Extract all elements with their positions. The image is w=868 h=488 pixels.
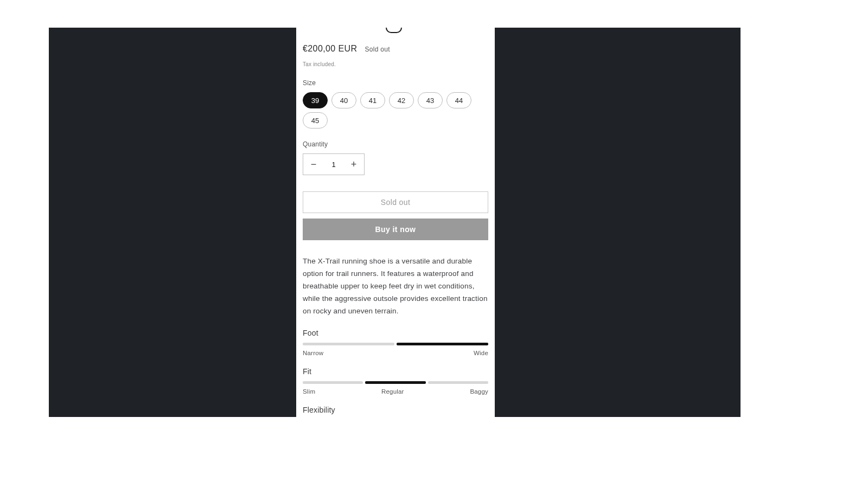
price-row: €200,00 EUR Sold out — [303, 44, 488, 54]
size-option-40[interactable]: 40 — [331, 92, 356, 108]
tax-note: Tax included. — [303, 61, 488, 67]
size-options: 39404142434445 — [303, 92, 488, 129]
attr-foot-title: Foot — [303, 329, 488, 337]
editor-dark-pane-right — [495, 28, 741, 417]
attr-fit: Fit Slim Regular Baggy — [303, 367, 488, 395]
quantity-value: 1 — [324, 154, 343, 175]
attr-foot-left-label: Narrow — [303, 350, 323, 356]
quantity-section-label: Quantity — [303, 140, 488, 148]
attr-fit-center-label: Regular — [381, 388, 404, 395]
size-option-44[interactable]: 44 — [446, 92, 471, 108]
quantity-increase-button[interactable]: + — [343, 154, 364, 175]
product-content: €200,00 EUR Sold out Tax included. Size … — [296, 28, 495, 417]
bar-fit-seg — [365, 381, 425, 384]
bar-foot-seg — [397, 343, 488, 345]
attr-flex: Flexibility Low High — [303, 406, 488, 417]
size-section-label: Size — [303, 79, 488, 87]
bar-fit-seg — [303, 381, 363, 384]
availability-badge: Sold out — [365, 46, 390, 53]
size-option-39[interactable]: 39 — [303, 92, 328, 108]
attr-foot-bar — [303, 343, 488, 345]
attr-fit-title: Fit — [303, 367, 488, 376]
bar-foot-seg — [303, 343, 394, 345]
attr-fit-right-label: Baggy — [470, 388, 488, 395]
size-option-42[interactable]: 42 — [389, 92, 414, 108]
quantity-decrease-button[interactable]: − — [303, 154, 324, 175]
product-price: €200,00 EUR — [303, 44, 357, 54]
bar-fit-seg — [428, 381, 488, 384]
attr-foot-right-label: Wide — [474, 350, 488, 356]
product-page-preview: €200,00 EUR Sold out Tax included. Size … — [296, 28, 495, 417]
attr-fit-left-label: Slim — [303, 388, 315, 395]
viewport: €200,00 EUR Sold out Tax included. Size … — [0, 0, 868, 488]
sold-out-button[interactable]: Sold out — [303, 191, 488, 213]
size-option-43[interactable]: 43 — [418, 92, 443, 108]
attr-flex-title: Flexibility — [303, 406, 488, 414]
product-description: The X-Trail running shoe is a versatile … — [303, 255, 488, 318]
buy-it-now-button[interactable]: Buy it now — [303, 219, 488, 240]
editor-dark-pane-left — [49, 28, 296, 417]
attr-fit-bar — [303, 381, 488, 384]
size-option-41[interactable]: 41 — [360, 92, 385, 108]
quantity-stepper: − 1 + — [303, 153, 365, 175]
size-option-45[interactable]: 45 — [303, 112, 328, 129]
attr-foot: Foot Narrow Wide — [303, 329, 488, 356]
